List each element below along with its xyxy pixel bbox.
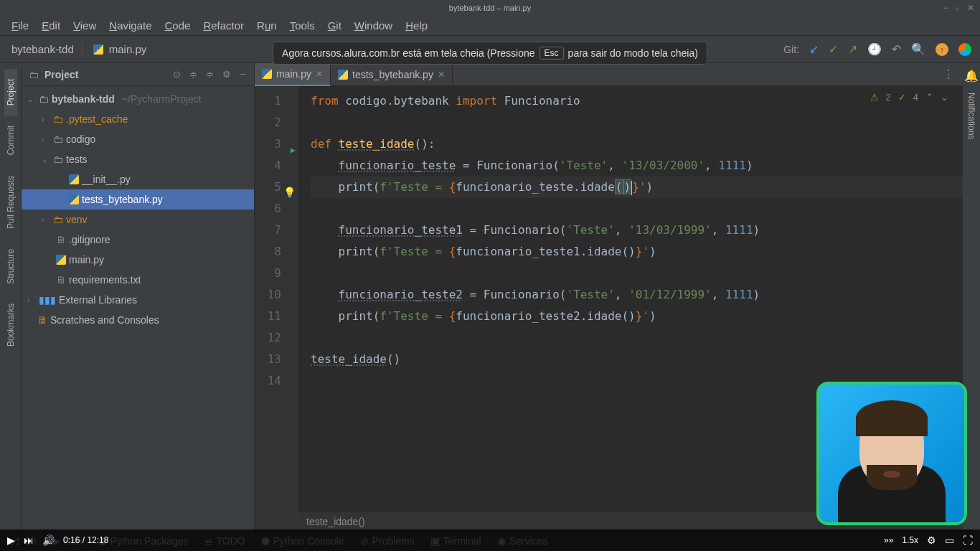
chevron-down-icon[interactable]: ⌄	[27, 95, 36, 103]
menu-run[interactable]: Run	[251, 18, 283, 33]
rollback-icon[interactable]: ↶	[892, 42, 901, 56]
menu-edit[interactable]: Edit	[36, 18, 66, 33]
code-line: funcionario_teste2 = Funcionario('Teste'…	[311, 284, 963, 306]
tool-commit[interactable]: Commit	[4, 116, 17, 165]
close-icon[interactable]: ✕	[967, 3, 974, 13]
line-number: 9	[255, 263, 297, 284]
chevron-right-icon[interactable]: ›	[42, 116, 50, 123]
chevron-right-icon[interactable]: ›	[27, 296, 36, 304]
git-pull-icon[interactable]: ↙	[809, 42, 819, 56]
menu-tools[interactable]: Tools	[284, 18, 321, 33]
video-controls: ▶ ⏭ 🔊 0:16 / 12:18 »» 1.5x ⚙ ▭ ⛶	[0, 529, 980, 551]
menu-git[interactable]: Git	[322, 18, 347, 33]
tool-structure[interactable]: Structure	[4, 239, 17, 294]
tree-pytest-cache[interactable]: › 🗀 .pytest_cache	[22, 109, 254, 129]
git-push-icon[interactable]: ↗	[848, 42, 857, 56]
tree-tests[interactable]: ⌄ 🗀 tests	[22, 149, 254, 169]
tree-venv[interactable]: › 🗀 venv	[22, 209, 254, 230]
volume-icon[interactable]: 🔊	[42, 534, 55, 546]
tree-scratches[interactable]: 🗎 Scratches and Consoles	[22, 310, 254, 330]
theater-mode-icon[interactable]: ▭	[945, 534, 954, 546]
line-number: 13	[255, 349, 297, 370]
folder-label: .pytest_cache	[66, 113, 128, 125]
tree-main-py[interactable]: main.py	[22, 250, 254, 270]
line-number: 11	[255, 306, 297, 327]
code-line	[311, 263, 963, 284]
tool-notifications[interactable]: Notifications	[965, 83, 978, 149]
tab-label: main.py	[276, 68, 311, 80]
project-panel-title[interactable]: Project	[44, 69, 166, 80]
line-number: 8	[255, 241, 297, 263]
file-label: tests_bytebank.py	[82, 194, 163, 205]
tree-tests-bytebank[interactable]: tests_bytebank.py	[22, 189, 254, 209]
code-line-current: print(f'Teste = {funcionario_teste.idade…	[311, 176, 963, 198]
tab-label: tests_bytebank.py	[352, 69, 433, 80]
project-folder-icon: 🗀	[29, 69, 39, 80]
line-number: 6	[255, 198, 297, 220]
window-controls: − ⬦ ✕	[943, 3, 974, 13]
esc-key-hint: Esc	[540, 47, 564, 60]
menu-file[interactable]: File	[6, 18, 34, 33]
folder-icon: 🗀	[53, 133, 63, 145]
tool-pull-requests[interactable]: Pull Requests	[4, 166, 17, 239]
file-label: .gitignore	[69, 234, 110, 245]
breadcrumb-file[interactable]: main.py	[106, 43, 150, 55]
tab-close-icon[interactable]: ✕	[438, 70, 445, 80]
play-button[interactable]: ▶	[7, 534, 15, 546]
tree-root[interactable]: ⌄ 🗀 bytebank-tdd ~/PycharmProject	[22, 89, 254, 109]
tool-bookmarks[interactable]: Bookmarks	[4, 293, 17, 357]
tree-external-libraries[interactable]: › ▮▮▮ External Libraries	[22, 290, 254, 310]
update-icon[interactable]: ↑	[936, 43, 948, 56]
code-line	[311, 327, 963, 349]
collapse-all-icon[interactable]: ≑	[204, 69, 215, 80]
tree-init-py[interactable]: __init__.py	[22, 169, 254, 189]
folder-icon: 🗀	[39, 93, 49, 105]
library-icon: ▮▮▮	[39, 294, 56, 306]
hide-panel-icon[interactable]: −	[238, 69, 247, 80]
chevron-right-icon[interactable]: ›	[42, 216, 50, 224]
tree-codigo[interactable]: › 🗀 codigo	[22, 129, 254, 149]
maximize-icon[interactable]: ⬦	[955, 3, 960, 13]
breadcrumb-project[interactable]: bytebank-tdd	[9, 43, 77, 55]
scratch-icon: 🗎	[37, 314, 47, 326]
fullscreen-icon[interactable]: ⛶	[963, 534, 973, 546]
history-icon[interactable]: 🕘	[867, 42, 882, 56]
line-number: 12	[255, 327, 297, 349]
tab-main-py[interactable]: main.py ✕	[255, 63, 331, 86]
python-file-icon	[69, 194, 79, 204]
settings-gear-icon[interactable]: ⚙	[927, 534, 936, 546]
folder-label: tests	[66, 154, 88, 165]
menu-refactor[interactable]: Refactor	[197, 18, 250, 33]
minimize-icon[interactable]: −	[943, 3, 948, 13]
git-commit-icon[interactable]: ✓	[829, 42, 838, 56]
tool-project[interactable]: Project	[4, 69, 17, 116]
notifications-bell-icon[interactable]: 🔔	[964, 69, 979, 83]
settings-gear-icon[interactable]: ⚙	[221, 69, 232, 80]
menu-code[interactable]: Code	[159, 18, 197, 33]
code-with-me-icon[interactable]	[958, 43, 971, 56]
next-button[interactable]: ⏭	[24, 534, 34, 546]
menubar: File Edit View Navigate Code Refactor Ru…	[0, 16, 980, 36]
playback-speed[interactable]: 1.5x	[902, 535, 918, 545]
menu-navigate[interactable]: Navigate	[103, 18, 157, 33]
python-file-icon	[93, 44, 103, 55]
tab-close-icon[interactable]: ✕	[316, 69, 323, 79]
person-silhouette	[834, 400, 949, 522]
tab-tests-bytebank[interactable]: tests_bytebank.py ✕	[331, 63, 453, 86]
menu-help[interactable]: Help	[400, 18, 433, 33]
presenter-webcam	[816, 382, 967, 525]
search-icon[interactable]: 🔍	[911, 42, 925, 56]
tab-menu-icon[interactable]: ⋮	[934, 67, 963, 81]
expand-all-icon[interactable]: ≑	[188, 69, 199, 80]
notif-before: Agora cursos.alura.com.br está em tela c…	[282, 47, 535, 59]
tree-gitignore[interactable]: 🗎 .gitignore	[22, 230, 254, 250]
left-tool-strip: Project Commit Pull Requests Structure B…	[0, 63, 22, 531]
ext-lib-label: External Libraries	[59, 294, 137, 306]
chevron-right-icon[interactable]: ›	[42, 136, 50, 143]
select-opened-icon[interactable]: ⊙	[171, 69, 182, 80]
menu-view[interactable]: View	[67, 18, 102, 33]
chevron-down-icon[interactable]: ⌄	[42, 156, 50, 164]
code-line: funcionario_teste = Funcionario('Teste',…	[311, 155, 963, 176]
menu-window[interactable]: Window	[349, 18, 398, 33]
tree-requirements[interactable]: 🗎 requirements.txt	[22, 270, 254, 290]
